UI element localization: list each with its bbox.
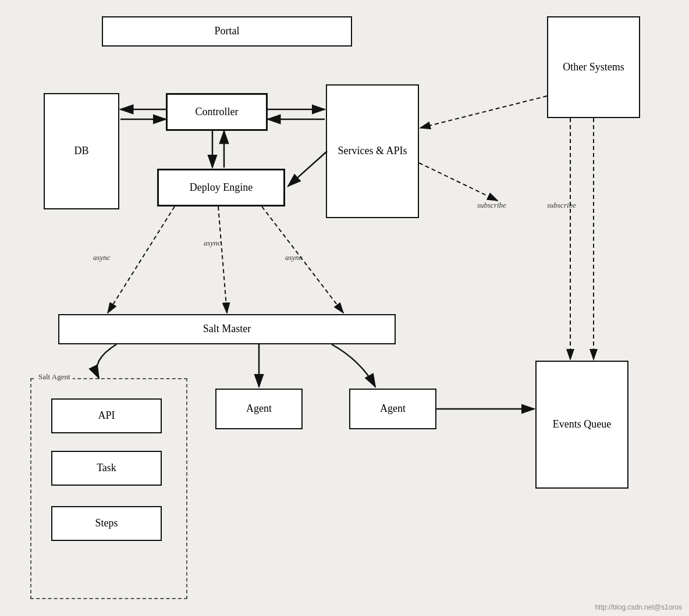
- db-label: DB: [74, 144, 88, 158]
- api-label: API: [98, 409, 115, 422]
- agent1-box: Agent: [215, 389, 303, 429]
- deploy-engine-label: Deploy Engine: [190, 181, 253, 194]
- portal-label: Portal: [215, 24, 240, 38]
- svg-line-11: [108, 206, 175, 313]
- salt-master-box: Salt Master: [58, 314, 396, 344]
- svg-line-12: [218, 206, 227, 313]
- other-systems-label: Other Systems: [563, 60, 624, 74]
- agent2-box: Agent: [349, 389, 436, 429]
- salt-master-label: Salt Master: [203, 322, 251, 336]
- api-box: API: [51, 398, 162, 433]
- steps-label: Steps: [95, 517, 118, 530]
- agent2-label: Agent: [380, 402, 406, 415]
- portal-box: Portal: [102, 16, 352, 47]
- controller-box: Controller: [166, 93, 268, 131]
- db-box: DB: [44, 93, 119, 209]
- async3-label: async: [285, 253, 303, 262]
- task-box: Task: [51, 451, 162, 486]
- events-queue-label: Events Queue: [553, 418, 611, 431]
- subscribe1-label: subscribe: [477, 201, 506, 210]
- svg-line-10: [288, 151, 327, 186]
- agent1-label: Agent: [246, 402, 272, 415]
- deploy-engine-box: Deploy Engine: [157, 169, 285, 206]
- svg-line-16: [420, 96, 547, 128]
- steps-box: Steps: [51, 506, 162, 541]
- other-systems-box: Other Systems: [547, 16, 640, 118]
- services-apis-box: Services & APIs: [326, 84, 419, 218]
- salt-agent-label: Salt Agent: [36, 372, 73, 382]
- events-queue-box: Events Queue: [535, 361, 628, 489]
- controller-label: Controller: [196, 105, 239, 119]
- async2-label: async: [204, 238, 221, 248]
- services-apis-label: Services & APIs: [338, 144, 407, 158]
- svg-line-13: [262, 206, 343, 313]
- svg-line-19: [419, 163, 498, 201]
- subscribe2-label: subscribe: [547, 201, 576, 210]
- async1-label: async: [93, 253, 111, 262]
- footer-text: http://blog.csdn.net@s1oros: [595, 603, 682, 611]
- task-label: Task: [97, 461, 116, 475]
